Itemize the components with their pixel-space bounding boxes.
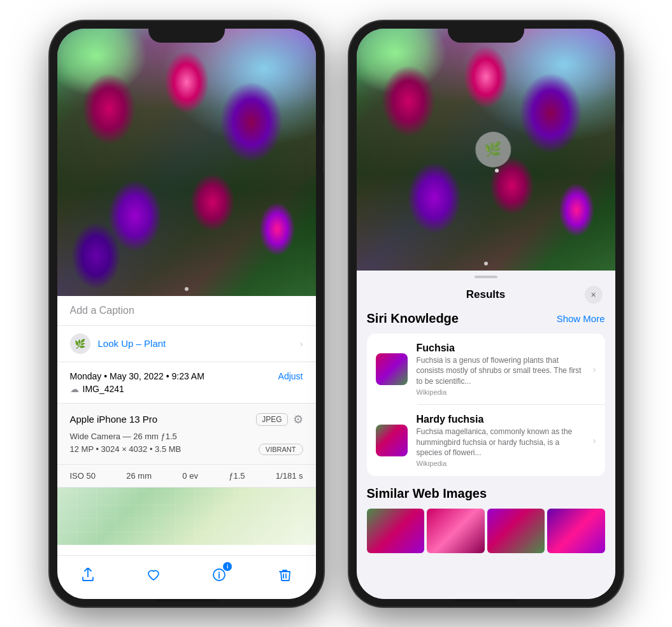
- visual-lookup-button[interactable]: 🌿: [475, 132, 511, 167]
- hardy-fuchsia-name: Hardy fuchsia: [417, 414, 584, 425]
- date-section: Monday • May 30, 2022 • 9:23 AM Adjust ☁…: [57, 362, 316, 404]
- info-button[interactable]: i: [208, 563, 231, 586]
- exif-aperture: ƒ1.5: [229, 471, 245, 481]
- home-indicator: [155, 599, 218, 602]
- similar-image-2[interactable]: [427, 509, 485, 553]
- results-header: Results ×: [357, 278, 615, 311]
- results-sheet: Results × Siri Knowledge Show More Fuchs…: [357, 271, 615, 599]
- similar-section: Similar Web Images: [367, 486, 605, 553]
- lookup-text: Look Up – Plant: [98, 338, 166, 349]
- favorite-button[interactable]: [142, 563, 165, 586]
- delete-button[interactable]: [273, 563, 296, 586]
- map-overlay: [57, 488, 316, 545]
- leaf-icon: 🌿: [70, 334, 90, 354]
- lookup-dot: [495, 169, 499, 173]
- exif-iso: ISO 50: [70, 471, 96, 481]
- chevron-right-icon: ›: [300, 339, 303, 349]
- fuchsia-name: Fuchsia: [417, 342, 584, 354]
- photo-info-section: Add a Caption 🌿 Look Up – Plant › Monday…: [57, 296, 316, 555]
- adjust-button[interactable]: Adjust: [278, 371, 303, 381]
- fuchsia-source: Wikipedia: [417, 388, 584, 396]
- fuchsia-desc: Fuchsia is a genus of flowering plants t…: [417, 355, 584, 387]
- fuchsia-item[interactable]: Fuchsia Fuchsia is a genus of flowering …: [367, 334, 605, 405]
- similar-image-4[interactable]: [547, 509, 605, 553]
- exif-focal: 26 mm: [126, 471, 152, 481]
- similar-title: Similar Web Images: [367, 486, 605, 501]
- date-text: Monday • May 30, 2022 • 9:23 AM: [70, 371, 204, 381]
- lens-info: Wide Camera — 26 mm ƒ1.5: [70, 432, 303, 441]
- gear-icon: ⚙: [293, 412, 303, 426]
- exif-ev: 0 ev: [182, 471, 198, 481]
- phone-1-screen: Add a Caption 🌿 Look Up – Plant › Monday…: [57, 29, 316, 599]
- page-indicator-2: [484, 262, 488, 265]
- home-indicator-2: [454, 599, 518, 602]
- results-title: Results: [387, 288, 585, 301]
- camera-section: Apple iPhone 13 Pro JPEG ⚙ Wide Camera —…: [57, 404, 316, 465]
- flower-overlay: [57, 29, 316, 296]
- exif-shutter: 1/181 s: [276, 471, 303, 481]
- map-section[interactable]: [57, 488, 316, 545]
- caption-area[interactable]: Add a Caption: [57, 296, 316, 326]
- resolution-row: 12 MP • 3024 × 4032 • 3.5 MB VIBRANT: [70, 444, 303, 455]
- share-button[interactable]: [76, 563, 99, 586]
- flower-photo[interactable]: [57, 29, 316, 296]
- caption-placeholder[interactable]: Add a Caption: [70, 305, 134, 316]
- phone-1: Add a Caption 🌿 Look Up – Plant › Monday…: [50, 21, 324, 607]
- info-badge: i: [223, 562, 232, 571]
- phone-2: 🌿 Results × Siri Knowledge Show More: [349, 21, 623, 607]
- flower-photo-2: 🌿: [357, 29, 615, 271]
- format-badge: JPEG: [256, 413, 287, 426]
- siri-knowledge-title: Siri Knowledge: [367, 311, 459, 326]
- close-button[interactable]: ×: [585, 286, 603, 304]
- hardy-fuchsia-item[interactable]: Hardy fuchsia Fuchsia magellanica, commo…: [367, 405, 605, 476]
- show-more-button[interactable]: Show More: [557, 313, 605, 324]
- knowledge-card: Fuchsia Fuchsia is a genus of flowering …: [367, 334, 605, 477]
- badge-row: JPEG ⚙: [256, 412, 303, 426]
- exif-row: ISO 50 26 mm 0 ev ƒ1.5 1/181 s: [57, 465, 316, 488]
- vibrant-badge: VIBRANT: [259, 444, 303, 455]
- results-content: Siri Knowledge Show More Fuchsia Fuchsia…: [357, 311, 615, 599]
- siri-knowledge-header: Siri Knowledge Show More: [367, 311, 605, 326]
- hardy-fuchsia-thumbnail: [376, 425, 408, 456]
- phone-2-screen: 🌿 Results × Siri Knowledge Show More: [357, 29, 615, 599]
- similar-image-3[interactable]: [487, 509, 545, 553]
- fuchsia-chevron: ›: [593, 364, 596, 374]
- fuchsia-thumbnail: [376, 353, 408, 385]
- cloud-icon: ☁: [70, 384, 79, 394]
- camera-model: Apple iPhone 13 Pro: [70, 414, 158, 425]
- lookup-row[interactable]: 🌿 Look Up – Plant ›: [57, 326, 316, 362]
- filename: IMG_4241: [83, 384, 124, 394]
- hardy-fuchsia-chevron: ›: [593, 435, 596, 446]
- hardy-fuchsia-source: Wikipedia: [417, 460, 584, 467]
- page-indicator: [185, 287, 189, 291]
- hardy-fuchsia-desc: Fuchsia magellanica, commonly known as t…: [417, 426, 584, 458]
- bottom-toolbar: i: [57, 555, 316, 599]
- similar-images-row: [367, 509, 605, 553]
- resolution-text: 12 MP • 3024 × 4032 • 3.5 MB: [70, 444, 182, 454]
- fuchsia-text: Fuchsia Fuchsia is a genus of flowering …: [417, 342, 584, 396]
- leaf-icon-2: 🌿: [484, 141, 501, 158]
- hardy-fuchsia-text: Hardy fuchsia Fuchsia magellanica, commo…: [417, 414, 584, 467]
- similar-image-1[interactable]: [367, 509, 425, 553]
